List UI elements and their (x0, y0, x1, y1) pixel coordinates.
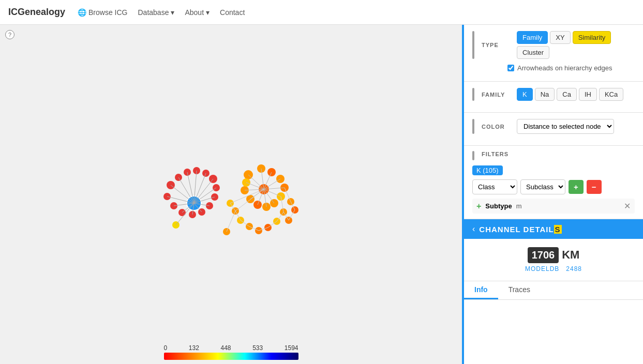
type-label: TYPE (482, 42, 513, 48)
family-divider (472, 88, 474, 101)
arrowheads-checkbox[interactable] (507, 65, 514, 71)
svg-line-44 (248, 175, 264, 189)
subtype-close-button[interactable]: ✕ (624, 201, 631, 211)
subtype-label: Subtype (485, 202, 512, 210)
graph-panel[interactable]: ? (0, 25, 462, 364)
tab-content (464, 300, 643, 312)
right-panel: TYPE Family XY Similarity Cluster Arrowh… (462, 25, 643, 364)
dropdown-icon: ▾ (171, 8, 174, 17)
color-divider (472, 119, 474, 134)
filters-divider (472, 151, 474, 160)
type-btn-family[interactable]: Family (517, 31, 548, 44)
filters-header-row: FILTERS (472, 151, 635, 160)
filter-badge-k[interactable]: K (105) (472, 165, 503, 175)
family-btn-ca[interactable]: Ca (557, 88, 577, 101)
subtype-plus-icon: + (476, 202, 481, 211)
nav-about[interactable]: About ▾ (185, 8, 210, 17)
subclass-select[interactable]: Subclass Class Subtype (520, 179, 565, 194)
brand-logo: ICGenealogy (8, 7, 65, 18)
main-container: ? (0, 25, 643, 364)
type-btn-similarity[interactable]: Similarity (573, 31, 611, 44)
filters-label: FILTERS (482, 151, 509, 157)
filter-remove-button[interactable]: − (587, 180, 602, 194)
chevron-left-icon: ‹ (472, 224, 475, 234)
filters-section: FILTERS K (105) Class Subclass Subtype S… (464, 146, 643, 219)
subtype-row: + Subtype m ✕ (472, 199, 635, 214)
color-scale-labels: 0 132 448 533 1594 (164, 344, 298, 352)
nav-contact[interactable]: Contact (220, 8, 245, 17)
dropdown-icon-about: ▾ (206, 8, 210, 17)
channel-id-badge: 1706 (528, 247, 559, 263)
color-section: COLOR Distance to selected node Family S… (464, 113, 643, 146)
scale-label-132: 132 (189, 344, 199, 352)
channel-info: 1706 KM MODELDB 2488 (464, 239, 643, 281)
right-cluster (223, 164, 298, 235)
channel-title-highlight: S (554, 225, 562, 234)
scale-label-1594: 1594 (285, 344, 298, 352)
channel-modeldb: MODELDB 2488 (472, 265, 635, 272)
type-section: TYPE Family XY Similarity Cluster Arrowh… (464, 25, 643, 82)
family-btn-na[interactable]: Na (535, 88, 555, 101)
tab-info[interactable]: Info (464, 281, 498, 299)
channel-modeldb-link[interactable]: 2488 (566, 265, 582, 272)
filter-controls-row: Class Subclass Subtype Subclass Class Su… (472, 179, 635, 194)
scale-label-0: 0 (164, 344, 168, 352)
channel-details-title: CHANNEL DETAILS (479, 225, 561, 234)
class-select[interactable]: Class Subclass Subtype (472, 179, 517, 194)
navbar: ICGenealogy 🌐 Browse ICG Database ▾ Abou… (0, 0, 643, 25)
subtype-value: m (516, 202, 522, 210)
channel-km: KM (562, 248, 579, 262)
tabs-row: Info Traces (464, 281, 643, 300)
family-section: FAMILY K Na Ca IH KCa (464, 82, 643, 113)
type-divider (472, 31, 474, 59)
arrowheads-label: Arrowheads on hierarchy edges (517, 64, 612, 72)
family-label: FAMILY (482, 92, 513, 98)
type-btn-group: Family XY Similarity Cluster (517, 31, 635, 59)
svg-line-21 (194, 179, 213, 203)
svg-line-78 (227, 211, 235, 232)
type-btn-cluster[interactable]: Cluster (517, 46, 549, 59)
family-btn-ih[interactable]: IH (579, 88, 597, 101)
type-row: TYPE Family XY Similarity Cluster (472, 31, 635, 59)
svg-line-17 (178, 177, 194, 203)
filter-add-button[interactable]: + (569, 180, 584, 194)
scale-label-448: 448 (220, 344, 231, 352)
family-row: FAMILY K Na Ca IH KCa (472, 88, 635, 101)
channel-details-header[interactable]: ‹ CHANNEL DETAILS (464, 219, 643, 239)
color-row: COLOR Distance to selected node Family S… (472, 119, 635, 134)
family-btn-group: K Na Ca IH KCa (517, 88, 623, 101)
color-scale-bar (164, 353, 298, 360)
type-btn-xy[interactable]: XY (550, 31, 570, 44)
tab-traces[interactable]: Traces (498, 281, 541, 299)
family-btn-kca[interactable]: KCa (599, 88, 623, 101)
nav-browse-icg[interactable]: 🌐 Browse ICG (78, 8, 127, 17)
arrowheads-row: Arrowheads on hierarchy edges (507, 64, 635, 72)
left-cluster (163, 167, 220, 229)
color-label: COLOR (482, 124, 513, 130)
globe-icon: 🌐 (78, 8, 86, 17)
nav-database[interactable]: Database ▾ (138, 8, 175, 17)
color-scale: 0 132 448 533 1594 (164, 344, 298, 360)
color-select[interactable]: Distance to selected node Family Subclas… (517, 119, 614, 134)
channel-id-row: 1706 KM (472, 247, 635, 263)
svg-line-74 (277, 212, 283, 221)
graph-svg[interactable] (0, 25, 462, 338)
scale-label-533: 533 (252, 344, 263, 352)
family-btn-k[interactable]: K (517, 88, 533, 101)
